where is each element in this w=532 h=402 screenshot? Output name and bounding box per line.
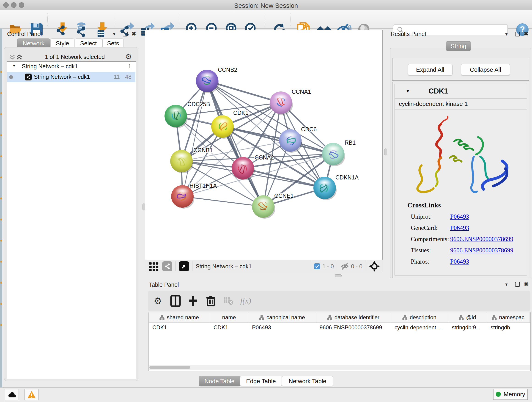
crosslink-label: Pharos: (411, 258, 450, 265)
delete-table-icon (223, 297, 234, 305)
control-panel-float-icon[interactable] (123, 32, 128, 36)
tree-expand-icon[interactable]: ▼ (12, 64, 16, 68)
table-row[interactable]: CDK1CDK1P064939606.ENSP00000378699cyclin… (149, 323, 530, 332)
collapse-all-button[interactable]: Collapse All (461, 64, 510, 75)
control-panel-collapse-icon[interactable]: ▼ (112, 32, 116, 37)
tab-edge-table[interactable]: Edge Table (240, 376, 282, 386)
table-cell[interactable]: stringdb:9... (448, 323, 487, 332)
expand-all-button[interactable]: Expand All (408, 64, 452, 75)
table-tabs-bar: Node TableEdge TableNetwork Table (0, 376, 532, 387)
node-label-RB1: RB1 (345, 139, 356, 146)
node-CCNE1[interactable]: CCNE1 (252, 192, 294, 219)
tab-network-table[interactable]: Network Table (282, 376, 333, 386)
delete-column-trash-icon[interactable] (206, 295, 215, 306)
node-CDKN1A[interactable]: CDKN1A (313, 174, 359, 200)
table-panel-collapse-icon[interactable]: ▼ (505, 282, 508, 287)
node-table[interactable]: shared namenamecanonical namedatabase id… (148, 312, 531, 371)
column-header-shared-name[interactable]: shared name (149, 313, 210, 322)
bottom-splitter-grip[interactable] (335, 274, 342, 277)
crosslink-value-link[interactable]: 9606.ENSP00000378699 (450, 247, 513, 254)
memory-button[interactable]: Memory (493, 389, 528, 400)
table-cell[interactable]: cyclin-dependent ... (391, 323, 448, 332)
node-label-CCNB2: CCNB2 (218, 66, 237, 73)
network-item-label[interactable]: String Network – cdk1 (34, 74, 90, 80)
table-panel-float-icon[interactable] (515, 282, 520, 287)
column-header-database-identifier[interactable]: database identifier (316, 313, 391, 322)
open-in-new-window-icon[interactable] (179, 261, 189, 271)
selected-checkbox-icon[interactable] (314, 263, 320, 269)
string-network-badge-icon[interactable] (162, 261, 172, 271)
network-collection-label[interactable]: String Network – cdk1 (22, 63, 78, 70)
desktop-strip-dot (0, 134, 2, 136)
crosslink-row: Tissues:9606.ENSP00000378699 (411, 247, 527, 254)
column-header-description[interactable]: description (391, 313, 448, 322)
right-splitter-grip[interactable] (384, 148, 387, 155)
node-CCNA1[interactable]: CCNA1 (270, 89, 311, 115)
import-network-button[interactable] (56, 22, 70, 36)
crosshair-icon[interactable] (369, 261, 380, 272)
crosslink-value-link[interactable]: P06493 (450, 224, 469, 231)
network-tree: ▼ String Network – cdk1 1 String Network… (7, 61, 136, 379)
table-header-row: shared namenamecanonical namedatabase id… (149, 313, 530, 323)
column-header-name[interactable]: name (210, 313, 248, 322)
show-columns-icon[interactable] (170, 295, 181, 307)
gene-card-header[interactable]: ▼ CDK1 (395, 84, 527, 99)
control-panel-close-icon[interactable]: ✖ (132, 32, 136, 36)
results-panel-float-icon[interactable] (515, 32, 520, 36)
node-CCNB2[interactable]: CCNB2 (196, 66, 237, 93)
table-cell[interactable]: stringdb (487, 323, 530, 332)
node-CDK1[interactable]: CDK1 (211, 109, 249, 139)
scrollbar-thumb[interactable] (149, 366, 190, 369)
cloud-status-button[interactable] (5, 389, 19, 400)
column-header-canonical-name[interactable]: canonical name (248, 313, 316, 322)
desktop-strip-dot (0, 92, 2, 94)
table-gear-icon[interactable]: ⚙ (154, 296, 162, 306)
left-splitter-grip[interactable] (143, 204, 145, 211)
gene-collapse-icon[interactable]: ▼ (406, 89, 410, 94)
crosslink-value-link[interactable]: P06493 (450, 258, 469, 265)
node-RB1[interactable]: RB1 (322, 139, 356, 166)
import-table-button[interactable] (96, 22, 109, 36)
table-cell[interactable]: CDK1 (210, 323, 248, 332)
network-tree-row-selected[interactable]: String Network – cdk1 11 48 (7, 72, 135, 82)
desktop-strip-dot (0, 282, 2, 284)
crosslink-value-link[interactable]: P06493 (450, 213, 469, 220)
network-options-gear-icon[interactable]: ⚙ (125, 52, 132, 61)
table-cell[interactable]: CDK1 (149, 323, 210, 332)
table-cell[interactable]: P06493 (248, 323, 316, 332)
tab-network[interactable]: Network (17, 38, 50, 48)
collapse-all-networks-icon[interactable] (9, 54, 15, 60)
add-column-icon[interactable] (189, 295, 198, 307)
results-panel-collapse-icon[interactable]: ▼ (505, 32, 508, 37)
desktop-strip-dot (0, 113, 2, 115)
tab-string-results[interactable]: String (446, 41, 471, 51)
expand-all-networks-icon[interactable] (16, 54, 22, 60)
column-type-icon (159, 315, 165, 320)
toolbar-separator (179, 13, 179, 26)
crosslink-value-link[interactable]: 9606.ENSP00000378699 (450, 236, 513, 243)
title-bar: Session: New Session (0, 0, 532, 10)
node-HIST1H1A[interactable]: HIST1H1A (171, 182, 217, 209)
warning-status-button[interactable] (25, 389, 38, 400)
column-type-icon (259, 315, 264, 320)
tab-style[interactable]: Style (51, 38, 75, 48)
table-panel-close-icon[interactable]: ✖ (524, 282, 528, 287)
tab-select[interactable]: Select (75, 38, 102, 48)
table-horizontal-scrollbar[interactable] (149, 365, 530, 370)
column-header-label: canonical name (266, 314, 305, 321)
hidden-count: 0 - 0 (351, 263, 362, 270)
column-header-namespac[interactable]: namespac (487, 313, 530, 322)
crosslinks-list: Uniprot:P06493GeneCard:P06493Compartment… (395, 213, 527, 265)
network-canvas[interactable]: CCNB2 CCNA1 CDC25B CDK1 (145, 30, 383, 260)
column-header--id[interactable]: @id (448, 313, 487, 322)
results-panel-close-icon[interactable]: ✖ (524, 32, 528, 36)
tab-sets[interactable]: Sets (102, 38, 124, 48)
column-header-label: shared name (167, 314, 199, 321)
birdseye-grid-icon[interactable] (149, 261, 159, 271)
tab-node-table[interactable]: Node Table (199, 376, 240, 386)
table-cell[interactable]: 9606.ENSP00000378699 (316, 323, 391, 332)
import-network-from-database-button[interactable] (74, 22, 89, 36)
toolbar-separator (265, 13, 265, 26)
selected-count: 1 - 0 (322, 263, 334, 270)
edge-CCNB2-HIST1H1A (182, 81, 207, 196)
